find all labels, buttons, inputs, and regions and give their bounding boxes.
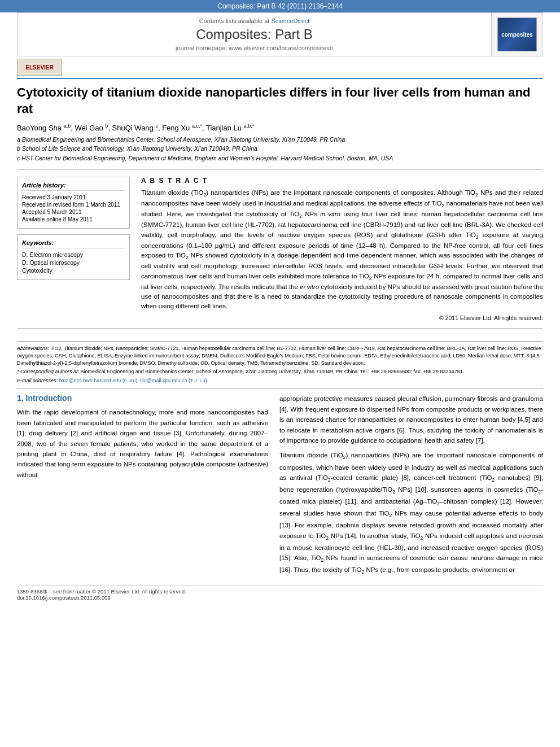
email-link[interactable]: fxu2@rics.bwh.harvard.edu (F. Xu), tjlu@… xyxy=(59,378,208,383)
elsevier-header: ELSEVIER xyxy=(17,56,543,79)
introduction-section: 1. Introduction With the rapid developme… xyxy=(17,394,543,581)
abbreviations-line: Abbreviations: TiO2, Titanium dioxide; N… xyxy=(17,345,543,366)
intro-left: 1. Introduction With the rapid developme… xyxy=(17,394,268,581)
corresponding-line: * Corresponding authors at: Biomedical E… xyxy=(17,368,543,375)
article-title: Cytotoxicity of titanium dioxide nanopar… xyxy=(17,85,543,117)
authors-text: BaoYong Sha a,b, Wei Gao b, ShuQi Wang c… xyxy=(17,124,254,132)
divider-2 xyxy=(17,328,543,329)
available-date: Available online 8 May 2011 xyxy=(22,216,125,222)
intro-heading: 1. Introduction xyxy=(17,394,268,403)
email-line: E-mail addresses: fxu2@rics.bwh.harvard.… xyxy=(17,377,543,385)
intro-right-para-1: appropriate protective measures caused p… xyxy=(279,394,543,445)
journal-citation-bar: Composites: Part B 42 (2011) 2136–2144 xyxy=(0,0,560,12)
elsevier-logo: ELSEVIER xyxy=(17,59,62,76)
corresponding-text: Biomedical Engineering and Biomechanics … xyxy=(81,369,465,374)
journal-logo-box: composites xyxy=(492,13,542,56)
abstract-body: Titanium dioxide (TiO2) nanoparticles (N… xyxy=(141,189,543,310)
affiliation-a: a Biomedical Engineering and Biomechanic… xyxy=(17,136,543,144)
elsevier-label: ELSEVIER xyxy=(25,64,53,71)
authors-line: BaoYong Sha a,b, Wei Gao b, ShuQi Wang c… xyxy=(17,123,543,132)
doi-text: doi:10.1016/j.compositesb.2011.05.009 xyxy=(17,595,111,601)
left-column: Article history: Received 3 January 2011… xyxy=(17,177,130,322)
issn-text: 1359-8368/$ – see front matter © 2011 El… xyxy=(17,588,186,595)
journal-citation: Composites: Part B 42 (2011) 2136–2144 xyxy=(217,2,342,10)
accepted-date: Accepted 5 March 2011 xyxy=(22,209,125,215)
journal-header-main: Contents lists available at ScienceDirec… xyxy=(18,13,492,56)
affiliation-c: c HST-Center for Biomedical Engineering,… xyxy=(17,154,543,163)
section-title: Introduction xyxy=(26,394,72,403)
divider-1 xyxy=(17,169,543,170)
sciencedirect-prefix: Contents lists available at xyxy=(199,18,272,24)
intro-right-para-2: Titanium dioxide (TiO2) nanoparticles (N… xyxy=(279,450,543,576)
intro-right: appropriate protective measures caused p… xyxy=(279,394,543,581)
corresponding-label: * Corresponding authors at: xyxy=(17,369,79,374)
article-content: Cytotoxicity of titanium dioxide nanopar… xyxy=(17,79,543,341)
article-history-heading: Article history: xyxy=(22,182,125,191)
intro-right-text: appropriate protective measures caused p… xyxy=(279,394,543,576)
abstract-text: Titanium dioxide (TiO2) nanoparticles (N… xyxy=(141,188,543,312)
journal-logo: composites xyxy=(497,18,537,51)
intro-para-1: With the rapid development of nanotechno… xyxy=(17,407,268,480)
divider-3 xyxy=(17,388,543,389)
intro-text-1: With the rapid development of nanotechno… xyxy=(17,407,268,480)
keywords-heading: Keywords: xyxy=(22,239,125,248)
keyword-2: D. Optical microscopy xyxy=(22,259,125,266)
revised-date: Received in revised form 1 March 2011 xyxy=(22,202,125,208)
journal-header: Contents lists available at ScienceDirec… xyxy=(17,12,543,56)
logo-text: composites xyxy=(501,32,533,38)
footnotes-section: Abbreviations: TiO2, Titanium dioxide; N… xyxy=(17,341,543,384)
section-number: 1. xyxy=(17,394,24,403)
keyword-3: Cytotoxicity xyxy=(22,267,125,274)
affiliations: a Biomedical Engineering and Biomechanic… xyxy=(17,136,543,163)
keyword-1: D. Electron microscopy xyxy=(22,251,125,258)
homepage-text: journal homepage: www.elsevier.com/locat… xyxy=(176,45,333,51)
keywords-box: Keywords: D. Electron microscopy D. Opti… xyxy=(17,234,130,280)
sciencedirect-link[interactable]: ScienceDirect xyxy=(271,18,309,24)
sciencedirect-line: Contents lists available at ScienceDirec… xyxy=(23,18,485,24)
article-info-box: Article history: Received 3 January 2011… xyxy=(17,177,130,229)
journal-title: Composites: Part B xyxy=(23,27,485,42)
abbrev-text: TiO2, Titanium dioxide; NPs, Nanoparticl… xyxy=(17,346,541,365)
copyright-notice: © 2011 Elsevier Ltd. All rights reserved… xyxy=(141,314,543,321)
email-label: E-mail addresses: xyxy=(17,378,58,383)
abstract-heading: A B S T R A C T xyxy=(141,177,543,185)
issn-section: 1359-8368/$ – see front matter © 2011 El… xyxy=(17,586,543,601)
journal-homepage: journal homepage: www.elsevier.com/locat… xyxy=(23,45,485,51)
abstract-section: A B S T R A C T Titanium dioxide (TiO2) … xyxy=(141,177,543,322)
affiliation-b: b School of Life Science and Technology,… xyxy=(17,145,543,153)
abbrev-label: Abbreviations: xyxy=(17,346,49,351)
article-info-abstract: Article history: Received 3 January 2011… xyxy=(17,177,543,322)
received-date: Received 3 January 2011 xyxy=(22,194,125,200)
